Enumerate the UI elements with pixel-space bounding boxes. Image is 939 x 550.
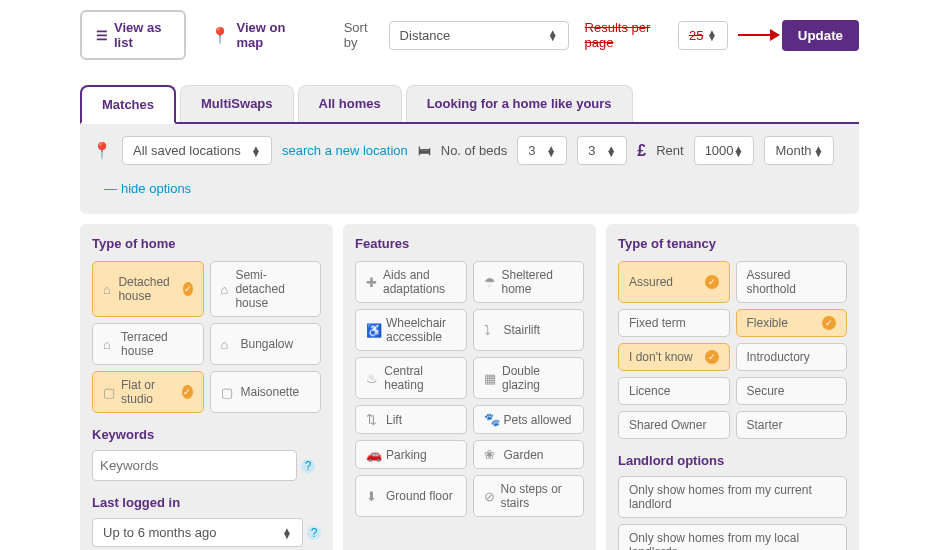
tenancy-chip[interactable]: Licence — [618, 377, 730, 405]
beds-label: No. of beds — [441, 143, 508, 158]
type-of-home-panel: Type of home ⌂Detached house✓⌂Semi-detac… — [80, 224, 333, 550]
tenancy-panel: Type of tenancy Assured✓Assured shorthol… — [606, 224, 859, 550]
home-type-chip[interactable]: ▢Maisonette — [210, 371, 322, 413]
tab-looking-for[interactable]: Looking for a home like yours — [406, 85, 633, 122]
panels: Type of home ⌂Detached house✓⌂Semi-detac… — [80, 224, 859, 550]
feature-chip[interactable]: ▦Double glazing — [473, 357, 585, 399]
sort-by-label: Sort by — [344, 20, 379, 50]
feature-icon: ⬇ — [366, 489, 380, 504]
tenancy-chip[interactable]: Starter — [736, 411, 848, 439]
home-type-chip[interactable]: ▢Flat or studio✓ — [92, 371, 204, 413]
beds-min-select[interactable]: 3 ▲▼ — [517, 136, 567, 165]
home-type-chip[interactable]: ⌂Semi-detached house — [210, 261, 322, 317]
annotation-arrow — [738, 34, 772, 36]
home-type-chip[interactable]: ⌂Bungalow — [210, 323, 322, 365]
house-icon: ⌂ — [221, 282, 230, 297]
features-panel: Features ✚Aids and adaptations☂Sheltered… — [343, 224, 596, 550]
check-icon: ✓ — [705, 350, 719, 364]
view-list-label: View as list — [114, 20, 170, 50]
feature-icon: ⊘ — [484, 489, 495, 504]
check-icon: ✓ — [183, 282, 192, 296]
help-icon[interactable]: ? — [301, 459, 315, 473]
check-icon: ✓ — [705, 275, 719, 289]
search-new-location-link[interactable]: search a new location — [282, 143, 408, 158]
feature-chip[interactable]: ❀Garden — [473, 440, 585, 469]
location-pin-icon: 📍 — [92, 141, 112, 160]
feature-chip[interactable]: ⊘No steps or stairs — [473, 475, 585, 517]
tenancy-chip[interactable]: Introductory — [736, 343, 848, 371]
view-as-list-button[interactable]: ☰ View as list — [80, 10, 186, 60]
tab-matches[interactable]: Matches — [80, 85, 176, 124]
feature-icon: ⇅ — [366, 412, 380, 427]
filter-bar: 📍 All saved locations ▲▼ search a new lo… — [80, 124, 859, 214]
feature-chip[interactable]: ♿Wheelchair accessible — [355, 309, 467, 351]
sort-by-select[interactable]: Distance ▲▼ — [389, 21, 569, 50]
landlord-option-chip[interactable]: Only show homes from my local landlords — [618, 524, 847, 550]
results-per-page-select[interactable]: 25 ▲▼ — [678, 21, 728, 50]
feature-icon: 🐾 — [484, 412, 498, 427]
feature-icon: ❀ — [484, 447, 498, 462]
keywords-title: Keywords — [92, 427, 321, 442]
feature-icon: ♿ — [366, 323, 380, 338]
chevron-updown-icon: ▲▼ — [548, 30, 558, 40]
landlord-title: Landlord options — [618, 453, 847, 468]
check-icon: ✓ — [182, 385, 193, 399]
chevron-updown-icon: ▲▼ — [734, 146, 744, 156]
house-icon: ▢ — [221, 385, 235, 400]
rent-label: Rent — [656, 143, 683, 158]
chevron-updown-icon: ▲▼ — [546, 146, 556, 156]
results-value: 25 — [689, 28, 703, 43]
house-icon: ▢ — [103, 385, 115, 400]
tenancy-chip[interactable]: Fixed term — [618, 309, 730, 337]
rent-period-select[interactable]: Month ▲▼ — [764, 136, 834, 165]
home-type-chip[interactable]: ⌂Terraced house — [92, 323, 204, 365]
last-logged-title: Last logged in — [92, 495, 321, 510]
tabs: Matches MultiSwaps All homes Looking for… — [80, 85, 859, 124]
feature-chip[interactable]: 🚗Parking — [355, 440, 467, 469]
feature-chip[interactable]: ☂Sheltered home — [473, 261, 585, 303]
feature-icon: ⤵ — [484, 323, 498, 338]
tenancy-chip[interactable]: I don't know✓ — [618, 343, 730, 371]
last-logged-select[interactable]: Up to 6 months ago ▲▼ — [92, 518, 303, 547]
map-pin-icon: 📍 — [210, 26, 230, 45]
beds-icon: 🛏 — [418, 143, 431, 158]
feature-chip[interactable]: ⤵Stairlift — [473, 309, 585, 351]
tab-multiswaps[interactable]: MultiSwaps — [180, 85, 294, 122]
beds-max-select[interactable]: 3 ▲▼ — [577, 136, 627, 165]
top-bar: ☰ View as list 📍 View on map Sort by Dis… — [80, 10, 859, 60]
pound-icon: £ — [637, 142, 646, 160]
chevron-updown-icon: ▲▼ — [282, 528, 292, 538]
hide-options-link[interactable]: — hide options — [92, 175, 847, 202]
feature-icon: ☂ — [484, 275, 496, 290]
feature-chip[interactable]: ⬇Ground floor — [355, 475, 467, 517]
feature-chip[interactable]: 🐾Pets allowed — [473, 405, 585, 434]
rent-value-select[interactable]: 1000 ▲▼ — [694, 136, 755, 165]
tenancy-title: Type of tenancy — [618, 236, 847, 251]
tenancy-chip[interactable]: Shared Owner — [618, 411, 730, 439]
chevron-updown-icon: ▲▼ — [707, 30, 717, 40]
home-type-chip[interactable]: ⌂Detached house✓ — [92, 261, 204, 317]
view-map-label: View on map — [236, 20, 299, 50]
feature-chip[interactable]: ⇅Lift — [355, 405, 467, 434]
location-value: All saved locations — [133, 143, 241, 158]
list-icon: ☰ — [96, 28, 108, 43]
chevron-updown-icon: ▲▼ — [606, 146, 616, 156]
location-select[interactable]: All saved locations ▲▼ — [122, 136, 272, 165]
chevron-updown-icon: ▲▼ — [814, 146, 824, 156]
help-icon[interactable]: ? — [307, 526, 321, 540]
tenancy-chip[interactable]: Flexible✓ — [736, 309, 848, 337]
keywords-input[interactable] — [92, 450, 297, 481]
tab-all-homes[interactable]: All homes — [298, 85, 402, 122]
feature-chip[interactable]: ✚Aids and adaptations — [355, 261, 467, 303]
feature-chip[interactable]: ♨Central heating — [355, 357, 467, 399]
tenancy-chip[interactable]: Secure — [736, 377, 848, 405]
tenancy-chip[interactable]: Assured shorthold — [736, 261, 848, 303]
house-icon: ⌂ — [221, 337, 235, 352]
view-on-map-button[interactable]: 📍 View on map — [196, 12, 313, 58]
tenancy-chip[interactable]: Assured✓ — [618, 261, 730, 303]
landlord-option-chip[interactable]: Only show homes from my current landlord — [618, 476, 847, 518]
feature-icon: ▦ — [484, 371, 497, 386]
update-button[interactable]: Update — [782, 20, 859, 51]
house-icon: ⌂ — [103, 337, 115, 352]
feature-icon: 🚗 — [366, 447, 380, 462]
